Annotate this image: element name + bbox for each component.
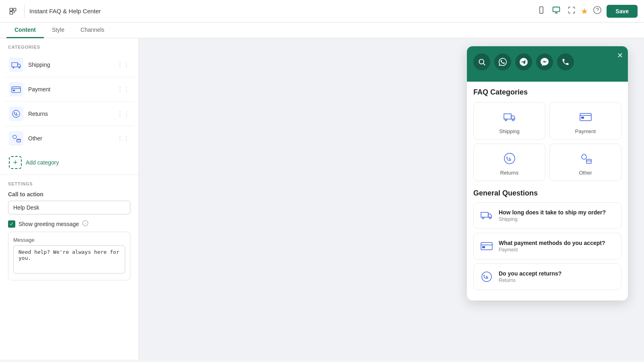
svg-text:$: $ <box>486 275 488 279</box>
faq-grid: Shipping Payment <box>473 102 621 181</box>
payment-icon <box>9 82 23 97</box>
svg-point-27 <box>479 59 484 64</box>
question-text-2: Do you accept returns? Returns <box>499 270 561 283</box>
tab-style[interactable]: Style <box>44 23 72 38</box>
svg-rect-3 <box>540 7 543 14</box>
svg-point-36 <box>582 154 586 159</box>
svg-rect-0 <box>10 8 13 11</box>
resize-icon[interactable] <box>567 6 576 16</box>
svg-rect-13 <box>9 82 23 97</box>
tab-channels[interactable]: Channels <box>72 23 112 38</box>
category-item-returns[interactable]: $ Returns ⋮⋮ <box>5 102 134 126</box>
message-textarea[interactable]: Need help? We're always here for you. <box>13 245 125 274</box>
show-greeting-checkbox[interactable] <box>8 220 15 228</box>
returns-icon: $ <box>9 107 23 121</box>
question-shipping-icon <box>479 208 494 223</box>
drag-handle-shipping[interactable]: ⋮⋮ <box>117 61 130 69</box>
question-text-1: What payment methods do you accept? Paym… <box>499 240 605 253</box>
question-item-0[interactable]: How long does it take to ship my order? … <box>473 202 621 229</box>
faq-card-shipping[interactable]: Shipping <box>473 102 545 140</box>
svg-point-30 <box>512 119 514 121</box>
widget-telegram-icon[interactable] <box>515 53 532 70</box>
faq-card-other[interactable]: Other <box>549 144 621 181</box>
question-item-2[interactable]: $ Do you accept returns? Returns <box>473 263 621 290</box>
show-greeting-row: Show greeting message <box>8 220 130 228</box>
cta-label: Call to action <box>8 191 130 197</box>
svg-point-40 <box>489 217 491 219</box>
other-icon <box>9 131 23 146</box>
widget-search-icon[interactable] <box>473 53 490 70</box>
general-questions-title: General Questions <box>473 189 621 197</box>
show-greeting-label: Show greeting message <box>19 221 79 227</box>
category-item-payment[interactable]: Payment ⋮⋮ <box>5 77 134 102</box>
question-returns-icon: $ <box>479 269 494 284</box>
add-category-button[interactable]: + Add category <box>0 150 138 175</box>
widget-header: ✕ <box>467 46 628 82</box>
svg-rect-33 <box>581 117 584 119</box>
category-item-shipping[interactable]: Shipping ⋮⋮ <box>5 53 134 77</box>
widget-messenger-icon[interactable] <box>536 53 553 70</box>
topbar-right: ★ Save <box>581 5 638 18</box>
svg-line-28 <box>483 64 485 66</box>
faq-other-icon <box>578 150 594 167</box>
faq-payment-icon <box>578 109 594 125</box>
star-icon[interactable]: ★ <box>581 6 588 16</box>
mobile-icon[interactable] <box>537 6 545 16</box>
widget-channel-icons <box>473 53 621 70</box>
main-layout: CATEGORIES Shipping ⋮⋮ <box>0 38 644 360</box>
topbar: Instant FAQ & Help Center ★ Save <box>0 0 644 23</box>
tabs: Content Style Channels <box>0 23 644 38</box>
drag-handle-returns[interactable]: ⋮⋮ <box>117 110 130 118</box>
category-label-other: Other <box>28 135 112 142</box>
svg-rect-37 <box>586 159 591 163</box>
svg-rect-1 <box>13 8 16 11</box>
info-icon[interactable] <box>82 220 89 228</box>
question-title-1: What payment methods do you accept? <box>499 240 605 246</box>
faq-shipping-icon <box>502 109 518 125</box>
svg-point-11 <box>13 67 14 68</box>
topbar-divider <box>24 5 25 18</box>
svg-rect-5 <box>553 7 560 12</box>
category-label-shipping: Shipping <box>28 62 112 68</box>
tab-content[interactable]: Content <box>6 23 44 38</box>
app-title: Instant FAQ & Help Center <box>29 8 533 14</box>
drag-handle-payment[interactable]: ⋮⋮ <box>117 86 130 93</box>
add-category-label: Add category <box>26 159 59 166</box>
settings-label: SETTINGS <box>8 177 130 189</box>
widget-body: FAQ Categories Shipping <box>467 82 628 300</box>
back-button[interactable] <box>6 5 19 18</box>
desktop-icon[interactable] <box>552 6 561 16</box>
message-label: Message <box>13 237 125 243</box>
categories-list: Shipping ⋮⋮ Payment ⋮⋮ <box>0 53 138 150</box>
right-area: ✕ <box>139 38 644 360</box>
svg-point-39 <box>482 217 484 219</box>
faq-card-returns[interactable]: $ Returns <box>473 144 545 181</box>
question-text-0: How long does it take to ship my order? … <box>499 209 606 222</box>
category-item-other[interactable]: Other ⋮⋮ <box>5 126 134 150</box>
shipping-icon <box>9 58 23 72</box>
svg-text:$: $ <box>509 157 511 160</box>
question-title-2: Do you accept returns? <box>499 270 561 277</box>
help-icon[interactable] <box>593 6 602 16</box>
question-item-1[interactable]: What payment methods do you accept? Paym… <box>473 233 621 259</box>
add-category-icon: + <box>9 156 22 169</box>
settings-section: SETTINGS Call to action Show greeting me… <box>0 177 138 288</box>
save-button[interactable]: Save <box>607 5 638 18</box>
svg-point-12 <box>19 67 20 68</box>
faq-card-payment[interactable]: Payment <box>549 102 621 140</box>
question-payment-icon <box>479 239 494 253</box>
widget-panel: ✕ <box>467 46 628 300</box>
svg-text:$: $ <box>16 112 17 115</box>
faq-returns-icon: $ <box>502 150 518 167</box>
svg-point-29 <box>505 119 506 121</box>
svg-rect-2 <box>10 11 13 14</box>
question-title-0: How long does it take to ship my order? <box>499 209 606 216</box>
widget-close-button[interactable]: ✕ <box>617 51 623 60</box>
widget-phone-icon[interactable] <box>557 53 574 70</box>
cta-input[interactable] <box>8 201 130 214</box>
question-sub-1: Payment <box>499 247 605 253</box>
widget-whatsapp-icon[interactable] <box>494 53 511 70</box>
faq-card-label-shipping: Shipping <box>499 128 520 134</box>
category-label-returns: Returns <box>28 111 112 117</box>
drag-handle-other[interactable]: ⋮⋮ <box>117 135 130 142</box>
